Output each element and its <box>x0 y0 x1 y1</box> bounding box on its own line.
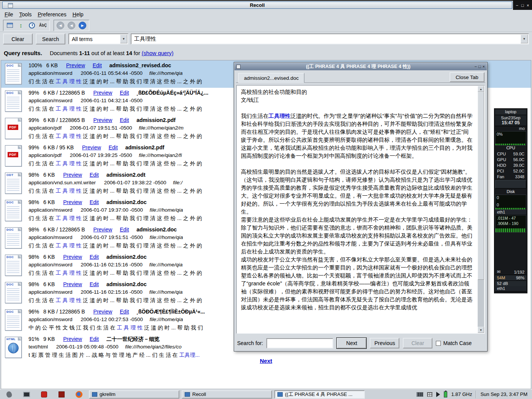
preview-link[interactable]: Preview <box>63 254 82 260</box>
battery-icon[interactable] <box>444 391 447 397</box>
menu-item[interactable]: Tools <box>17 11 36 18</box>
task-button[interactable]: gkrellm <box>89 390 179 399</box>
search-mode-select[interactable]: All terms ▼ <box>68 33 128 44</box>
net-tx-value: .906M - 190 <box>496 221 526 226</box>
edit-link[interactable]: Edit <box>120 90 129 96</box>
preview-link[interactable]: Preview <box>82 144 101 150</box>
preview-link[interactable]: Preview <box>63 172 82 178</box>
edit-link[interactable]: Edit <box>109 144 118 150</box>
edit-link[interactable]: Edit <box>90 281 99 287</box>
edit-link[interactable]: Edit <box>90 336 99 342</box>
snippet-highlight: 工 具 理 性 <box>56 242 82 249</box>
menu-item[interactable]: Help <box>70 11 87 18</box>
chevron-down-icon[interactable]: ▼ <box>521 35 528 43</box>
preview-link[interactable]: Preview <box>66 62 85 68</box>
window-menu-icon[interactable] <box>8 3 13 8</box>
preview-link[interactable]: Preview <box>63 281 82 287</box>
edit-link[interactable]: Edit <box>90 254 99 260</box>
cpu-label: CPU <box>495 146 526 151</box>
terminal-launcher[interactable] <box>23 391 30 398</box>
search-mode-value: All terms <box>72 36 92 42</box>
result-date: 2006-01-19 05:09:48 -0500 <box>56 344 119 350</box>
gkrellm-bottom: ✉ 1/192 54M 98% 52 dB eth1 <box>495 269 526 291</box>
match-case-checkbox[interactable] <box>436 341 441 346</box>
workspace-grid-icon[interactable] <box>427 392 432 397</box>
result-score: 98% <box>28 172 39 178</box>
history-button[interactable] <box>27 21 37 30</box>
menu-item[interactable]: Preferences <box>35 11 70 18</box>
sort-button[interactable]: ↕ <box>16 21 26 30</box>
next-page-link[interactable]: Next <box>260 358 272 364</box>
app-launcher-2[interactable] <box>58 391 65 398</box>
chevron-down-icon[interactable]: ▼ <box>120 35 127 43</box>
file-type-label: DOC <box>6 310 14 314</box>
clear-button[interactable]: Clear <box>3 33 33 44</box>
screen-icon <box>23 392 30 397</box>
snippet-highlight: 工 具 理 性 <box>117 325 143 331</box>
result-filename: ¸ßÖÐÖÆ¶È£¶ÏìÈ±ÖÐµÄ¹«... <box>136 309 205 315</box>
cpu-percent: 0% <box>497 132 503 136</box>
task-button[interactable]: ((工 PHRASE 4 具 PHRASE ... <box>274 390 365 399</box>
menu-item[interactable]: File <box>2 11 17 18</box>
firefox-launcher[interactable] <box>75 391 83 398</box>
edit-link[interactable]: Edit <box>120 117 129 123</box>
disk-chart: 0 0 <box>495 195 526 210</box>
scrollbar-thumb[interactable] <box>478 92 484 280</box>
footprint-launcher[interactable] <box>5 391 13 398</box>
edit-link[interactable]: Edit <box>93 62 102 68</box>
preview-window-icon[interactable] <box>236 65 241 69</box>
minimize-icon[interactable]: − <box>516 3 518 8</box>
result-size: 6 KB / 1228865 B <box>43 226 85 233</box>
snippet-highlight: 工 具 理 性 <box>56 160 82 166</box>
close-icon[interactable]: × <box>527 3 529 8</box>
show-query-link[interactable]: (show query) <box>142 50 174 56</box>
edit-link[interactable]: Edit <box>120 309 129 315</box>
match-case-label: Match Case <box>443 340 472 346</box>
result-date: 2006-01-12 00:27:53 -0500 <box>81 317 143 322</box>
close-icon[interactable]: × <box>483 65 485 69</box>
find-input[interactable] <box>266 338 333 348</box>
edit-link[interactable]: Edit <box>120 226 129 233</box>
scroll-down-icon[interactable]: ▼ <box>478 327 484 333</box>
first-page-button[interactable]: ◀ <box>55 21 65 30</box>
search-button[interactable]: Search <box>36 33 65 44</box>
document-lines-icon <box>7 261 19 274</box>
next-page-button[interactable]: ▶ <box>78 21 87 30</box>
preview-link[interactable]: Preview <box>93 117 112 123</box>
preview-window: ((工 PHRASE 4 具 PHRASE 4 理 PHRASE 4 性)) −… <box>234 62 488 352</box>
file-type-label: PDF <box>8 152 18 157</box>
close-tab-button[interactable]: Close Tab <box>450 72 484 82</box>
result-mime: application/msword <box>28 70 73 76</box>
preview-tab[interactable]: admission2...evised.doc <box>238 73 304 83</box>
scroll-up-icon[interactable]: ▲ <box>478 86 484 92</box>
red-app-icon <box>41 391 47 397</box>
preview-link[interactable]: Preview <box>93 90 112 96</box>
preview-link[interactable]: Preview <box>93 226 112 233</box>
search-input[interactable] <box>134 36 528 42</box>
edit-link[interactable]: Edit <box>90 199 99 205</box>
app-launcher-1[interactable] <box>40 391 48 398</box>
minimize-icon[interactable]: − <box>474 65 477 69</box>
preview-link[interactable]: Preview <box>63 336 82 342</box>
maximize-icon[interactable]: □ <box>521 3 524 8</box>
task-button[interactable]: Recoll <box>182 390 272 399</box>
result-size: 9 KB <box>43 336 55 342</box>
result-size: 6 KB <box>43 172 55 178</box>
keyboard-layout-icon[interactable] <box>416 392 423 397</box>
window-title: Recoll <box>250 2 264 8</box>
show-results-table-button[interactable] <box>5 21 15 30</box>
find-previous-button[interactable]: Previous <box>370 338 399 348</box>
preview-link[interactable]: Preview <box>63 199 82 205</box>
snippet-after: 泛 滥 的 时 ... 帮 助 我 们 理 清 这 些 纷 ... 之 外 的 <box>81 133 202 139</box>
prev-page-button[interactable]: ◀ <box>66 21 76 30</box>
maximize-icon[interactable]: □ <box>478 65 481 69</box>
volume-icon[interactable] <box>436 392 440 397</box>
sensor-label: PCI <box>497 169 504 173</box>
preview-link[interactable]: Preview <box>93 309 112 315</box>
term-explorer-button[interactable]: ÂbÇ <box>38 21 48 30</box>
find-next-button[interactable]: Next <box>337 338 366 348</box>
preview-scrollbar[interactable]: ▲ ▼ <box>478 86 484 333</box>
find-clear-button[interactable]: Clear <box>403 338 432 348</box>
sensor-row: HDD 39.0C <box>495 162 526 168</box>
edit-link[interactable]: Edit <box>90 172 99 178</box>
